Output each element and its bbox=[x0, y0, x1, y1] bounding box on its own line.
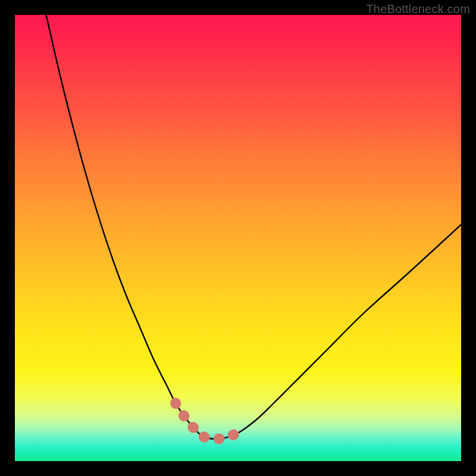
watermark-text: TheBottleneck.com bbox=[366, 2, 470, 16]
highlight-segment-path bbox=[176, 403, 238, 439]
chart-frame: TheBottleneck.com bbox=[0, 0, 476, 476]
plot-area bbox=[15, 15, 461, 461]
bottleneck-curve-path bbox=[46, 15, 462, 439]
chart-svg bbox=[15, 15, 461, 461]
